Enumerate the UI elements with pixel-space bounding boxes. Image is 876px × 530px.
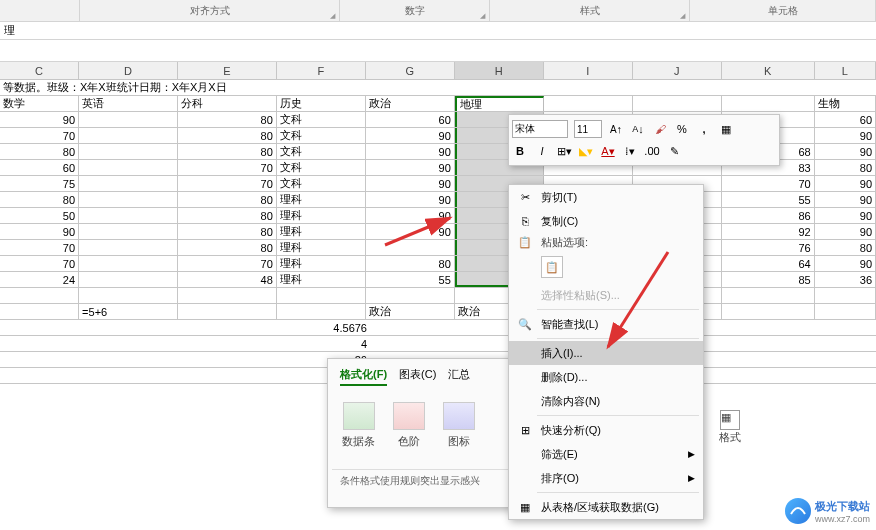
cell[interactable]: 55 [366,272,455,287]
font-color-icon[interactable]: A▾ [600,143,616,159]
cell[interactable]: 76 [722,240,815,255]
cell[interactable]: 90 [0,112,79,127]
th[interactable]: 政治 [366,96,455,111]
th[interactable]: 英语 [79,96,178,111]
cell[interactable] [79,128,178,143]
submenu-iconset[interactable]: 图标 [443,402,475,449]
cell[interactable]: 48 [178,272,277,287]
cell[interactable]: 70 [0,128,79,143]
font-size-select[interactable] [574,120,602,138]
decimal-decrease-icon[interactable]: ⁞▾ [622,143,638,159]
submenu-colorscale[interactable]: 色阶 [393,402,425,449]
cell[interactable]: 90 [366,192,455,207]
col-header[interactable]: J [633,62,722,79]
col-header[interactable]: I [544,62,633,79]
cell[interactable]: 80 [178,144,277,159]
table-icon[interactable]: ▦ [718,121,734,137]
menu-insert[interactable]: 插入(I)... [509,341,703,365]
cell[interactable] [178,288,277,303]
cell[interactable]: 政治 [366,304,455,319]
menu-copy[interactable]: ⎘复制(C) [509,209,703,233]
menu-clear[interactable]: 清除内容(N) [509,389,703,413]
cell[interactable]: 80 [815,160,876,175]
cell[interactable] [0,288,79,303]
cell[interactable]: 60 [815,112,876,127]
cell[interactable] [79,272,178,287]
format-popup-button[interactable]: ▦ 格式 [710,410,750,450]
cell[interactable]: 90 [366,128,455,143]
decrease-font-icon[interactable]: A↓ [630,121,646,137]
th[interactable]: 生物 [815,96,876,111]
ribbon-group-0[interactable] [0,0,80,21]
cell[interactable] [366,288,455,303]
col-header[interactable]: F [277,62,366,79]
cell[interactable]: 92 [722,224,815,239]
submenu-tab-summary[interactable]: 汇总 [448,365,470,386]
clear-format-icon[interactable]: ✎ [666,143,682,159]
cell[interactable]: 80 [0,192,79,207]
ribbon-group-cells[interactable]: 单元格 [690,0,876,21]
th[interactable] [633,96,722,111]
col-header[interactable]: D [79,62,178,79]
col-header[interactable]: C [0,62,79,79]
cell[interactable]: 90 [815,256,876,271]
cell[interactable]: 60 [0,160,79,175]
cell[interactable] [79,208,178,223]
cell[interactable]: 80 [178,240,277,255]
col-header-selected[interactable]: H [455,62,544,79]
cell[interactable] [722,288,815,303]
cell[interactable] [79,176,178,191]
cell[interactable]: 80 [366,256,455,271]
cell[interactable] [79,240,178,255]
menu-sort[interactable]: 排序(O)▶ [509,466,703,490]
cell[interactable]: 80 [178,128,277,143]
cell[interactable] [79,288,178,303]
cell[interactable]: 80 [178,224,277,239]
cell[interactable]: 80 [178,192,277,207]
cell[interactable] [79,256,178,271]
cell[interactable]: 90 [366,160,455,175]
cell[interactable]: 90 [815,192,876,207]
cell[interactable]: 4 [280,336,370,351]
cell[interactable]: 90 [366,208,455,223]
ribbon-group-style[interactable]: 样式 [490,0,690,21]
menu-delete[interactable]: 删除(D)... [509,365,703,389]
cell[interactable]: 70 [178,256,277,271]
spreadsheet-grid[interactable]: C D E F G H I J K L 等数据。班级：X年X班统计日期：X年X月… [0,62,876,384]
col-header[interactable]: L [815,62,876,79]
comma-icon[interactable]: , [696,121,712,137]
cell[interactable]: 70 [0,256,79,271]
paste-option-default[interactable]: 📋 [541,256,563,278]
cell[interactable] [815,288,876,303]
submenu-databars[interactable]: 数据条 [342,402,375,449]
col-header[interactable]: K [722,62,815,79]
cell[interactable]: 70 [0,240,79,255]
th[interactable] [722,96,815,111]
cell[interactable]: 理科 [277,208,366,223]
fill-color-icon[interactable]: ◣▾ [578,143,594,159]
cell[interactable] [277,288,366,303]
cell[interactable]: 90 [815,144,876,159]
menu-quick-analysis[interactable]: ⊞快速分析(Q) [509,418,703,442]
cell[interactable]: 文科 [277,128,366,143]
cell[interactable] [79,144,178,159]
cell[interactable] [277,304,366,319]
th[interactable]: 分科 [178,96,277,111]
ribbon-group-number[interactable]: 数字 [340,0,490,21]
cell[interactable]: 理科 [277,192,366,207]
format-painter-icon[interactable]: 🖌 [652,121,668,137]
cell[interactable]: 理科 [277,224,366,239]
cell[interactable]: 64 [722,256,815,271]
cell[interactable]: 60 [366,112,455,127]
cell[interactable]: 文科 [277,176,366,191]
cell[interactable]: 90 [815,128,876,143]
cell[interactable] [722,304,815,319]
font-select[interactable] [512,120,568,138]
th[interactable]: 历史 [277,96,366,111]
menu-cut[interactable]: ✂剪切(T) [509,185,703,209]
cell[interactable] [79,192,178,207]
cell[interactable]: 90 [815,176,876,191]
cell[interactable] [79,112,178,127]
decimal-increase-icon[interactable]: .00 [644,143,660,159]
border-icon[interactable]: ⊞▾ [556,143,572,159]
